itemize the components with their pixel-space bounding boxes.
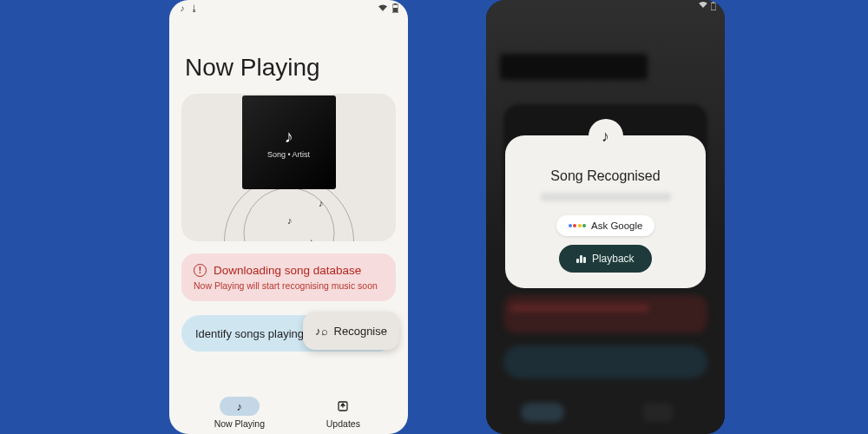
svg-rect-1 [394, 3, 397, 5]
ask-google-label: Ask Google [591, 220, 642, 231]
wifi-icon [378, 3, 387, 12]
assistant-icon [569, 224, 587, 227]
phone-now-playing: ♪ ⭳ Now Playing ♪ Song • Artist ♪ ♪ ♪ [169, 0, 408, 434]
svg-rect-5 [713, 2, 715, 3]
music-note-icon: ♪ [589, 119, 623, 154]
dialog-subtitle-blurred [541, 193, 671, 201]
recognise-button[interactable]: ♪⌕ Recognise [303, 312, 399, 350]
nav-label: Updates [326, 418, 360, 429]
ask-google-button[interactable]: Ask Google [556, 215, 655, 236]
alert-title: Downloading song database [214, 264, 361, 277]
svg-rect-2 [393, 8, 398, 12]
status-bar [699, 2, 716, 10]
nav-now-playing[interactable]: ♪ Now Playing [214, 397, 265, 429]
page-title: Now Playing [185, 54, 396, 82]
music-note-icon: ♪ [308, 235, 314, 241]
music-note-icon: ♪ [237, 400, 243, 413]
alert-icon: ! [194, 264, 207, 277]
battery-icon [391, 3, 399, 12]
music-note-icon: ♪ [287, 215, 293, 226]
nav-label: Now Playing [214, 418, 265, 429]
bottom-nav: ♪ Now Playing Updates [169, 391, 408, 429]
album-art-placeholder: ♪ Song • Artist [242, 95, 336, 189]
playback-label: Playback [592, 253, 635, 265]
wifi-icon [699, 2, 707, 10]
dialog-title: Song Recognised [550, 168, 660, 184]
svg-rect-4 [711, 3, 716, 10]
music-note-icon: ♪ [178, 3, 187, 12]
music-note-icon: ♪ [319, 198, 324, 208]
phone-song-recognised: ♪ Song Recognised Ask Google Playback [486, 0, 725, 434]
hero-card: ♪ Song • Artist ♪ ♪ ♪ [181, 94, 396, 241]
playback-button[interactable]: Playback [559, 245, 651, 273]
alert-subtitle: Now Playing will start recognising music… [194, 280, 384, 291]
status-bar: ♪ ⭳ [169, 0, 408, 16]
download-alert: ! Downloading song database Now Playing … [181, 253, 396, 301]
download-icon: ⭳ [190, 3, 199, 12]
music-note-icon: ♪ [285, 127, 293, 147]
identify-label: Identify songs playing n [195, 327, 313, 340]
music-search-icon: ♪⌕ [315, 325, 328, 338]
updates-icon [337, 400, 349, 412]
album-caption: Song • Artist [267, 150, 310, 159]
equalizer-icon [576, 255, 586, 263]
battery-icon [711, 2, 716, 10]
song-recognised-dialog: ♪ Song Recognised Ask Google Playback [505, 135, 706, 288]
recognise-label: Recognise [334, 325, 387, 338]
nav-updates[interactable]: Updates [323, 397, 363, 429]
